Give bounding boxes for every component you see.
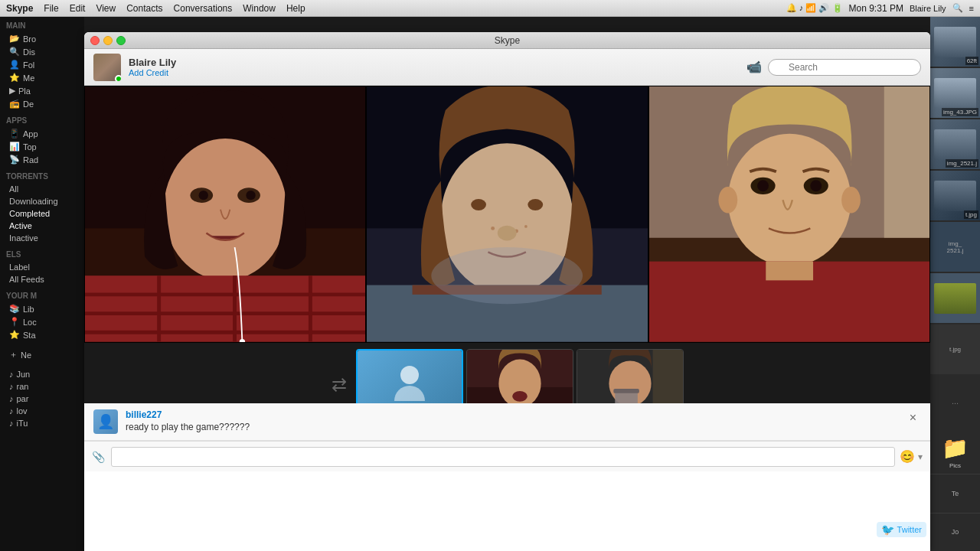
attach-icon[interactable]: 📎 [92,451,105,463]
thumbnail-6[interactable] [930,273,980,323]
window-minimize-button[interactable] [103,36,113,45]
search-icon[interactable]: 🔍 [952,3,963,13]
window-close-button[interactable] [90,36,100,45]
sidebar-item-jun[interactable]: ♪Jun [6,368,78,380]
svg-rect-51 [613,389,639,393]
window-maximize-button[interactable] [116,36,126,45]
sidebar-item-inactive[interactable]: Inactive [6,232,78,244]
reconnect-area: ⇄ [332,374,347,396]
sidebar-main-section: MAIN 📂Bro 🔍Dis 👤Fol ⭐Me ▶Pla 📻De [0,17,84,112]
dock-bottom-app-te[interactable]: Te [930,474,980,512]
sidebar-item-app[interactable]: 📱App [6,127,78,140]
user-name: Blaire Lily [129,57,739,68]
sidebar-item-follow[interactable]: 👤Fol [6,58,78,71]
sidebar-item-sta[interactable]: ⭐Sta [6,328,78,341]
add-credit-link[interactable]: Add Credit [129,68,739,77]
menubar-file[interactable]: File [44,3,58,14]
menubar-window[interactable]: Window [243,3,276,14]
menubar-contacts[interactable]: Contacts [126,3,162,14]
window-buttons [90,36,126,45]
menubar-app[interactable]: Skype [6,3,33,14]
thumbnail-8[interactable]: ... [930,376,980,425]
right-thumbnails-panel: 62ft img_43.JPG img_2521.j t.jpg img_252… [930,17,980,430]
video-call-icon[interactable]: 📹 [746,60,762,74]
sidebar-item-allfeeds[interactable]: All Feeds [6,273,78,285]
thumbnail-3[interactable]: img_2521.j [930,119,980,169]
sidebar-item-label[interactable]: Label [6,261,78,273]
thumbnail-7[interactable]: t.jpg [930,324,980,374]
user-avatar [93,54,121,81]
sidebar-item-lov[interactable]: ♪lov [6,405,78,417]
sidebar-item-me[interactable]: ⭐Me [6,71,78,84]
menubar-help[interactable]: Help [286,3,305,14]
svg-point-24 [498,226,517,241]
chat-avatar-icon: 👤 [97,413,114,430]
main-video-row [84,86,930,343]
menubar-clock: Mon 9:31 PM [849,3,903,14]
sidebar-item-browse[interactable]: 📂Bro [6,32,78,45]
svg-point-45 [512,391,528,402]
sidebar-item-itu[interactable]: ♪iTu [6,417,78,429]
sidebar-yourm-label: YOUR M [6,292,78,300]
thumbnail-5[interactable]: img_2521.j [930,222,980,272]
thumbnail-4[interactable]: t.jpg [930,171,980,220]
thumb-number-2: img_43.JPG [942,108,978,116]
sidebar-item-active[interactable]: Active [6,220,78,232]
chat-message: 👤 billie227 ready to play the game??????… [84,403,930,441]
chat-close-button[interactable]: × [905,409,921,426]
menubar-view[interactable]: View [96,3,116,14]
sidebar-els-label: ELS [6,250,78,259]
dock-bottom-app-jo[interactable]: Jo [930,513,980,551]
sidebar-item-par[interactable]: ♪par [6,393,78,405]
svg-point-20 [491,227,495,230]
svg-rect-40 [766,262,813,281]
svg-point-6 [246,191,255,200]
skype-window: Skype Blaire Lily Add Credit 📹 🔍 [84,32,930,551]
sidebar-item-play[interactable]: ▶Pla [6,84,78,97]
svg-rect-31 [884,86,929,238]
sidebar-item-top[interactable]: 📊Top [6,140,78,153]
reconnect-icon[interactable]: ⇄ [332,374,347,395]
sidebar-item-all[interactable]: All [6,183,78,195]
menubar-conversations[interactable]: Conversations [174,3,233,14]
emoji-button[interactable]: 😊 [900,449,915,464]
avatar-head [400,366,419,384]
sidebar-apps-section: APPS 📱App 📊Top 📡Rad [0,112,84,168]
sidebar-item-de[interactable]: 📻De [6,97,78,110]
sidebar-apps-label: APPS [6,116,78,125]
sidebar-item-downloading[interactable]: Downloading [6,195,78,207]
folder-item-pics[interactable]: 📁 Pics [930,430,980,474]
menubar-edit[interactable]: Edit [70,3,86,14]
toolbar-right: 📹 🔍 [746,59,921,76]
search-wrapper: 🔍 [768,59,921,76]
search-input[interactable] [768,59,921,76]
menubar-icons: 🔔 ♪ 📶 🔊 🔋 [786,3,843,13]
twitter-bird-icon: 🐦 [881,523,894,536]
right-bottom-panel: 📁 Pics Te Jo [930,430,980,551]
chevron-down-icon[interactable]: ▾ [918,452,923,462]
svg-point-35 [757,180,769,191]
thumbnail-1[interactable]: 62ft [930,17,980,67]
chat-input-area: 📎 😊 ▾ [84,441,930,471]
menubar-right: 🔔 ♪ 📶 🔊 🔋 Mon 9:31 PM Blaire Lily 🔍 ≡ [786,3,974,14]
thumbnail-2[interactable]: img_43.JPG [930,68,980,118]
svg-point-23 [524,225,528,228]
sidebar-item-ran[interactable]: ♪ran [6,380,78,393]
chat-input[interactable] [111,447,895,467]
svg-point-5 [199,191,208,200]
sidebar-item-new[interactable]: ＋Ne [6,347,78,362]
sidebar-item-rad[interactable]: 📡Rad [6,153,78,166]
svg-point-27 [432,247,583,304]
sidebar-torrents-label: TORRENTS [6,172,78,181]
sidebar-item-loc[interactable]: 📍Loc [6,315,78,328]
sidebar-item-lib[interactable]: 📚Lib [6,302,78,315]
sidebar-item-completed[interactable]: Completed [6,207,78,220]
thumb-number-1: 62ft [965,57,978,65]
list-icon[interactable]: ≡ [969,4,974,13]
twitter-area: 🐦 Twitter [877,522,926,537]
avatar-body [394,386,425,401]
sidebar-item-discover[interactable]: 🔍Dis [6,45,78,58]
svg-point-36 [810,180,822,191]
twitter-label[interactable]: Twitter [897,525,922,534]
skype-toolbar: Blaire Lily Add Credit 📹 🔍 [84,49,930,86]
